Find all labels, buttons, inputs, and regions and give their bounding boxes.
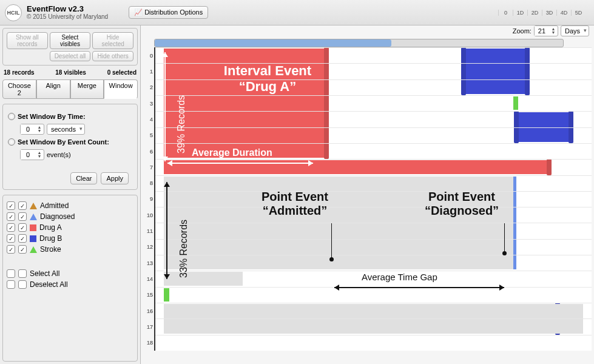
legend-checkbox[interactable] [18, 212, 27, 221]
row-label: 9 [142, 196, 153, 202]
legend-checkbox[interactable] [18, 234, 27, 243]
zoom-unit-select[interactable]: Days [561, 25, 589, 36]
row-label: 14 [142, 276, 153, 282]
clear-button[interactable]: Clear [70, 172, 97, 184]
legend-label: Admitted [40, 201, 69, 210]
window-count-unit: event(s) [47, 151, 71, 158]
anno-avg-duration-arrow [167, 163, 313, 164]
chart-row: 4 [155, 111, 592, 127]
legend-item-admitted: Admitted [7, 201, 133, 210]
chart-row: 11 [155, 223, 592, 238]
legend-checkbox[interactable] [7, 201, 15, 210]
selected-count: 0 selected [107, 69, 137, 76]
anno-point-b-leader [504, 223, 505, 254]
legend-item-drug-b: Drug B [7, 234, 133, 243]
chart-row: 0 [155, 47, 592, 63]
show-all-records-button[interactable]: Show all records [7, 32, 48, 49]
row-label: 5 [142, 132, 153, 138]
anno-pct-b: 33% Records [178, 220, 189, 278]
zoom-input[interactable] [535, 26, 549, 36]
row-label: 11 [142, 228, 153, 234]
window-time-unit-select[interactable]: seconds [47, 124, 85, 135]
select-all-label: Select All [30, 269, 59, 278]
spinner-arrows-icon[interactable]: ▲▼ [549, 27, 558, 35]
chart-row: 5 [155, 127, 592, 143]
chart-row: 2 [155, 79, 592, 95]
window-count-spinner[interactable]: ▲▼ [20, 149, 44, 160]
spinner-arrows-icon[interactable]: ▲▼ [35, 151, 44, 158]
row-label: 18 [142, 340, 153, 346]
anno-avg-gap: Average Time Gap [362, 272, 437, 282]
distribution-options-button[interactable]: 📈 Distribution Options [129, 6, 208, 19]
chart-row: 17 [155, 318, 592, 334]
legend-symbol-icon [30, 214, 37, 220]
legend-symbol-icon [30, 246, 37, 253]
legend-checkbox[interactable] [18, 223, 27, 232]
row-label: 13 [142, 260, 153, 266]
legend-symbol-icon [30, 224, 36, 231]
legend-label: Diagnosed [40, 212, 75, 221]
chart-row: 13 [155, 255, 592, 271]
row-label: 10 [142, 212, 153, 218]
legend-checkbox[interactable] [18, 245, 27, 254]
select-all-checkbox[interactable] [7, 269, 15, 278]
legend-checkbox[interactable] [7, 234, 15, 243]
chart-row: 1 [155, 63, 592, 79]
spinner-arrows-icon[interactable]: ▲▼ [35, 126, 44, 133]
deselect-all-label: Deselect All [30, 280, 68, 289]
window-time-spinner[interactable]: ▲▼ [20, 124, 44, 135]
zoom-label: Zoom: [513, 27, 532, 35]
anno-point-a-leader [331, 223, 332, 260]
window-count-input[interactable] [21, 150, 35, 160]
row-label: 17 [142, 324, 153, 330]
legend-item-stroke: Stroke [7, 245, 133, 254]
window-by-time-radio[interactable] [8, 113, 15, 120]
chart-row: 3 [155, 95, 592, 111]
legend-label: Drug A [39, 223, 62, 232]
apply-button[interactable]: Apply [101, 172, 129, 184]
row-label: 3 [142, 101, 153, 107]
row-label: 0 [142, 53, 153, 59]
legend-label: Drug B [39, 234, 62, 243]
legend-symbol-icon [30, 235, 36, 242]
anno-pct-a: 39% Records [176, 95, 187, 153]
chart-row: 8 [155, 175, 592, 191]
legend-checkbox[interactable] [7, 212, 15, 221]
zoom-spinner[interactable]: ▲▼ [534, 25, 558, 36]
distribution-options-label: Distribution Options [144, 8, 203, 16]
select-visibles-button[interactable]: Select visibles [50, 32, 91, 49]
tab-choose-2[interactable]: Choose 2 [2, 79, 36, 99]
horizontal-scrollbar[interactable] [154, 39, 564, 47]
window-time-input[interactable] [21, 124, 35, 134]
copyright: © 2015 University of Maryland [27, 13, 108, 21]
window-by-count-radio[interactable] [8, 138, 15, 146]
visibles-count: 18 visibles [55, 69, 86, 76]
row-label: 2 [142, 84, 153, 90]
chart-row: 10 [155, 207, 592, 223]
deselect-all-checkbox[interactable] [7, 280, 15, 289]
select-all-checkbox-2[interactable] [18, 269, 27, 278]
chart-row: 15 [155, 287, 592, 303]
deselect-all-button[interactable]: Deselect all [50, 51, 91, 61]
anno-pct-b-arrow [166, 182, 167, 279]
legend-checkbox[interactable] [18, 201, 27, 210]
legend-checkbox[interactable] [7, 223, 15, 232]
scrollbar-thumb[interactable] [155, 39, 391, 47]
app-title: EventFlow v2.3 [27, 4, 108, 14]
anno-pct-a-arrow [164, 52, 166, 161]
row-label: 16 [142, 308, 153, 314]
tab-bar: Choose 2 Align Merge Window [2, 79, 138, 99]
legend-checkbox[interactable] [7, 245, 15, 254]
row-label: 7 [142, 164, 153, 170]
hide-others-button[interactable]: Hide others [92, 51, 133, 61]
timeline-chart: 0123456789101112131415161718 01234567891… [154, 47, 592, 351]
chart-row: 12 [155, 239, 592, 255]
deselect-all-checkbox-2[interactable] [18, 280, 27, 289]
row-label: 15 [142, 292, 153, 298]
row-label: 1 [142, 69, 153, 75]
chart-row: 7 [155, 159, 592, 175]
hide-selected-button[interactable]: Hide selected [92, 32, 133, 49]
tab-merge[interactable]: Merge [70, 79, 104, 99]
tab-window[interactable]: Window [104, 79, 138, 99]
tab-align[interactable]: Align [36, 79, 70, 99]
